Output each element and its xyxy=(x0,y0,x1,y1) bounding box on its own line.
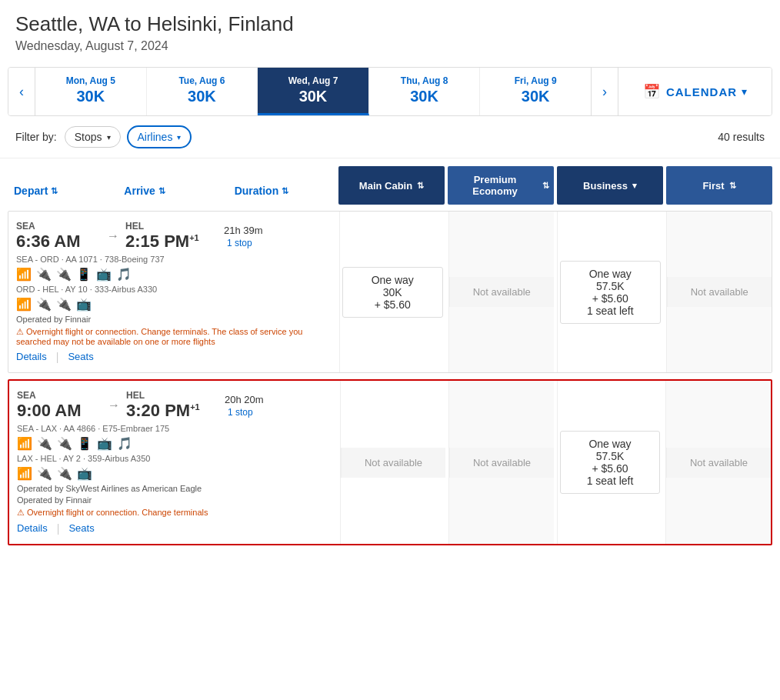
details-link[interactable]: Details xyxy=(17,522,48,535)
calendar-days: Mon, Aug 530KTue, Aug 630KWed, Aug 730KT… xyxy=(35,68,591,115)
flight-details: SEA 6:36 AM → HEL 2:15 PM+1 21h 39m 1 st… xyxy=(8,212,339,372)
first-col: Not available xyxy=(666,212,772,372)
flight-actions: Details | Seats xyxy=(16,351,332,363)
main-cabin-col: One way 30K + $5.60 xyxy=(339,212,445,372)
depart-sort-icon: ⇅ xyxy=(51,186,58,196)
flight-leg2: ORD - HEL · AY 10 · 333-Airbus A330 xyxy=(16,285,332,294)
calendar-day[interactable]: Wed, Aug 730K xyxy=(258,68,369,115)
arrive-col-header[interactable]: Arrive ⇅ xyxy=(118,177,228,205)
calendar-prev-arrow[interactable]: ‹ xyxy=(8,68,35,115)
flight-leg1-amenities: 📶 🔌 🔌 📱 📺 🎵 xyxy=(16,267,332,282)
phone-icon: 📱 xyxy=(77,436,92,451)
cabin-cells: One way 30K + $5.60 Not available One wa… xyxy=(339,212,772,372)
airlines-filter-button[interactable]: Airlines ▾ xyxy=(127,125,192,148)
entertainment-icon: 📺 xyxy=(76,297,92,312)
arrive-code: HEL xyxy=(126,390,211,401)
column-headers: Depart ⇅ Arrive ⇅ Duration ⇅ Main Cabin … xyxy=(0,166,780,205)
wifi-icon: 📶 xyxy=(16,297,32,312)
flight-leg1: SEA - ORD · AA 1071 · 738-Boeing 737 xyxy=(16,255,332,264)
flight-details: SEA 9:00 AM → HEL 3:20 PM+1 20h 20m 1 st… xyxy=(9,381,340,544)
cabin-cells: Not available Not available One way 57.5… xyxy=(340,381,771,544)
first-col: Not available xyxy=(665,381,771,544)
main-cabin-cell-na: Not available xyxy=(341,448,445,478)
usb-icon: 🔌 xyxy=(57,466,72,481)
calendar-day[interactable]: Mon, Aug 530K xyxy=(35,68,147,115)
flight-leg1-amenities: 📶 🔌 🔌 📱 📺 🎵 xyxy=(17,436,332,451)
duration-sort-icon: ⇅ xyxy=(282,186,288,196)
flight-rows: SEA 6:36 AM → HEL 2:15 PM+1 21h 39m 1 st… xyxy=(0,211,780,545)
flight-leg1: SEA - LAX · AA 4866 · E75-Embraer 175 xyxy=(17,424,332,433)
arrive-sort-icon: ⇅ xyxy=(158,186,165,196)
stop-count: 1 stop xyxy=(227,238,252,248)
power-icon: 🔌 xyxy=(37,466,52,481)
flight-duration: 21h 39m xyxy=(224,225,263,236)
power-icon: 🔌 xyxy=(37,436,52,451)
operated-by: Operated by SkyWest Airlines as American… xyxy=(17,484,332,493)
calendar-next-arrow[interactable]: › xyxy=(591,68,618,115)
wifi-icon: 📶 xyxy=(17,466,32,481)
calendar-nav: ‹ Mon, Aug 530KTue, Aug 630KWed, Aug 730… xyxy=(8,67,772,116)
premium-economy-cell-na: Not available xyxy=(449,448,554,478)
stop-count: 1 stop xyxy=(228,407,253,418)
details-link[interactable]: Details xyxy=(16,351,47,363)
business-cabin-cell[interactable]: One way 57.5K + $5.60 1 seat left xyxy=(560,261,661,324)
stops-dropdown-icon: ▾ xyxy=(107,133,111,142)
entertainment-icon: 📺 xyxy=(77,466,92,481)
calendar-day[interactable]: Thu, Aug 830K xyxy=(369,68,481,115)
first-header[interactable]: First ⇅ xyxy=(666,166,772,205)
seats-link[interactable]: Seats xyxy=(68,522,94,535)
phone-icon: 📱 xyxy=(76,267,92,282)
main-cabin-cell[interactable]: One way 30K + $5.60 xyxy=(342,267,443,318)
calendar-dropdown-icon: ▾ xyxy=(742,85,747,98)
business-col: One way 57.5K + $5.60 1 seat left xyxy=(557,212,663,372)
arrive-time: 3:20 PM+1 xyxy=(126,401,211,421)
wifi-icon: 📶 xyxy=(16,267,32,282)
first-cabin-cell-na: Not available xyxy=(666,448,771,478)
business-cabin-cell[interactable]: One way 57.5K + $5.60 1 seat left xyxy=(560,431,660,494)
main-cabin-header[interactable]: Main Cabin ⇅ xyxy=(338,166,445,205)
page-subtitle: Wednesday, August 7, 2024 xyxy=(15,39,765,53)
premium-economy-cell-na: Not available xyxy=(449,277,555,307)
flight-content: SEA 9:00 AM → HEL 3:20 PM+1 20h 20m 1 st… xyxy=(9,381,771,544)
premium-economy-header[interactable]: Premium Economy ⇅ xyxy=(448,166,554,205)
arrow-icon: → xyxy=(107,229,119,243)
flight-row: SEA 6:36 AM → HEL 2:15 PM+1 21h 39m 1 st… xyxy=(8,211,772,373)
results-count: 40 results xyxy=(718,131,765,143)
music-icon: 🎵 xyxy=(116,267,132,282)
business-header[interactable]: Business ▾ xyxy=(557,166,663,205)
depart-code: SEA xyxy=(16,221,101,232)
filter-bar: Filter by: Stops ▾ Airlines ▾ 40 results xyxy=(0,116,780,158)
premium-economy-col: Not available xyxy=(448,212,555,372)
premium-economy-col: Not available xyxy=(448,381,554,544)
depart-col-header[interactable]: Depart ⇅ xyxy=(8,177,118,205)
power-icon: 🔌 xyxy=(36,297,52,312)
seats-link[interactable]: Seats xyxy=(68,351,93,363)
operated-by: Operated by Finnair xyxy=(16,315,332,324)
arrive-time: 2:15 PM+1 xyxy=(125,232,210,252)
arrive-code: HEL xyxy=(125,221,210,232)
cabin-col-headers: Main Cabin ⇅ Premium Economy ⇅ Business … xyxy=(338,166,772,205)
depart-code: SEA xyxy=(17,390,102,401)
main-cabin-col: Not available xyxy=(340,381,445,544)
stops-filter-button[interactable]: Stops ▾ xyxy=(65,126,121,148)
usb-icon: 🔌 xyxy=(57,436,72,451)
tv-icon: 📺 xyxy=(97,436,112,451)
calendar-button[interactable]: 📅 CALENDAR ▾ xyxy=(618,68,772,115)
business-col: One way 57.5K + $5.60 1 seat left xyxy=(557,381,662,544)
usb-icon: 🔌 xyxy=(56,297,72,312)
wifi-icon: 📶 xyxy=(17,436,32,451)
flight-actions: Details | Seats xyxy=(17,522,332,535)
flight-content: SEA 6:36 AM → HEL 2:15 PM+1 21h 39m 1 st… xyxy=(8,212,772,372)
depart-time: 6:36 AM xyxy=(16,232,101,252)
flight-leg2-amenities: 📶 🔌 🔌 📺 xyxy=(17,466,332,481)
page-header: Seattle, WA to Helsinki, Finland Wednesd… xyxy=(0,0,780,59)
calendar-day[interactable]: Tue, Aug 630K xyxy=(147,68,258,115)
operated-by-2: Operated by Finnair xyxy=(17,495,332,505)
flight-info-cols: Depart ⇅ Arrive ⇅ Duration ⇅ xyxy=(8,166,338,205)
flight-row: SEA 9:00 AM → HEL 3:20 PM+1 20h 20m 1 st… xyxy=(8,379,772,545)
calendar-icon: 📅 xyxy=(643,83,660,100)
flight-times: SEA 9:00 AM → HEL 3:20 PM+1 20h 20m 1 st… xyxy=(17,390,332,421)
power-icon: 🔌 xyxy=(36,267,52,282)
duration-col-header[interactable]: Duration ⇅ xyxy=(228,177,338,205)
calendar-day[interactable]: Fri, Aug 930K xyxy=(480,68,591,115)
